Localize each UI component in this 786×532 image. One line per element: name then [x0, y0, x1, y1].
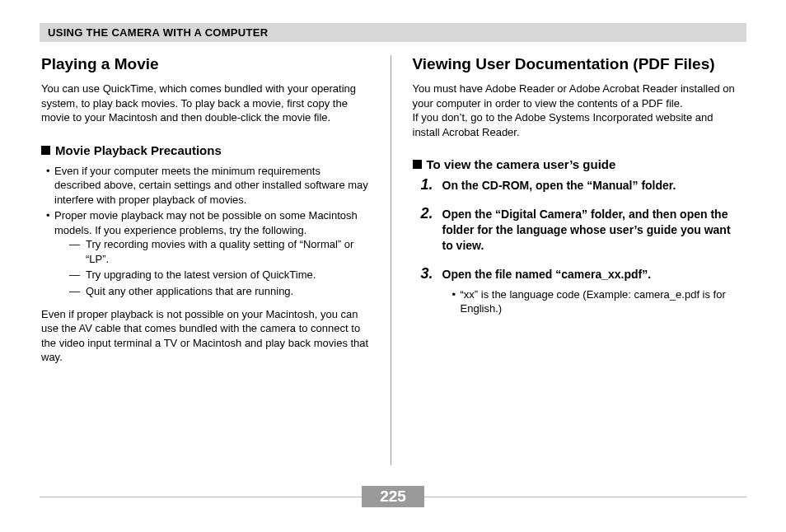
view-guide-label: To view the camera user’s guide [427, 157, 616, 171]
step-text: On the CD-ROM, open the “Manual” folder. [442, 178, 741, 194]
right-column: Viewing User Documentation (PDF Files) Y… [391, 55, 747, 465]
movie-precautions-heading: Movie Playback Precautions [41, 143, 369, 157]
movie-precautions-label: Movie Playback Precautions [55, 143, 222, 157]
precautions-list: Even if your computer meets the minimum … [41, 164, 369, 299]
step-note-item: “xx” is the language code (Example: came… [452, 287, 741, 316]
step-item: Open the file named “camera_xx.pdf”. “xx… [421, 267, 741, 316]
step-item: On the CD-ROM, open the “Manual” folder. [421, 178, 741, 194]
left-closing-paragraph: Even if proper playback is not possible … [41, 307, 369, 365]
list-item: Even if your computer meets the minimum … [46, 164, 369, 208]
list-item-text: Proper movie playback may not be possibl… [54, 209, 358, 236]
step-text: Open the file named “camera_xx.pdf”. [442, 267, 741, 282]
sub-dash-list: Try recording movies with a quality sett… [54, 237, 369, 298]
two-column-layout: Playing a Movie You can use QuickTime, w… [40, 55, 746, 465]
page-footer: 225 [40, 486, 746, 507]
left-column: Playing a Movie You can use QuickTime, w… [40, 55, 391, 465]
left-intro: You can use QuickTime, which comes bundl… [41, 82, 369, 125]
section-header-bar: USING THE CAMERA WITH A COMPUTER [40, 23, 746, 42]
list-item: Quit any other applications that are run… [69, 284, 369, 299]
right-title: Viewing User Documentation (PDF Files) [413, 55, 741, 73]
step-text: Open the “Digital Camera” folder, and th… [442, 207, 741, 254]
step-item: Open the “Digital Camera” folder, and th… [421, 207, 741, 254]
page-number: 225 [362, 486, 424, 507]
footer-rule [424, 497, 746, 497]
square-bullet-icon [41, 146, 50, 155]
list-item: Try upgrading to the latest version of Q… [69, 268, 369, 282]
list-item: Proper movie playback may not be possibl… [46, 208, 369, 298]
right-intro-1: You must have Adobe Reader or Adobe Acro… [413, 82, 741, 110]
square-bullet-icon [413, 160, 422, 169]
steps-list: On the CD-ROM, open the “Manual” folder.… [413, 178, 741, 316]
list-item: Try recording movies with a quality sett… [69, 237, 369, 266]
footer-rule [40, 497, 362, 497]
right-intro-2: If you don’t, go to the Adobe Systems In… [413, 110, 741, 139]
step-note-list: “xx” is the language code (Example: came… [442, 287, 741, 316]
left-title: Playing a Movie [41, 55, 369, 73]
view-guide-heading: To view the camera user’s guide [413, 157, 741, 171]
